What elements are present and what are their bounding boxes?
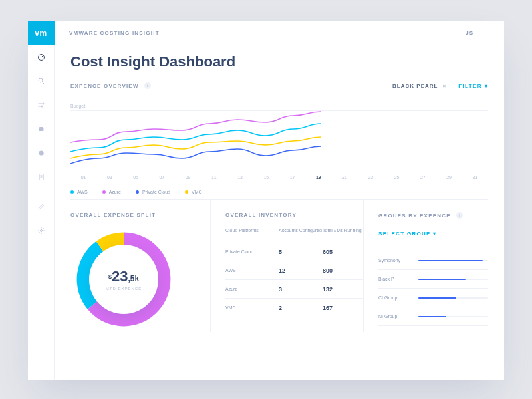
info-icon[interactable]: i (144, 82, 151, 89)
x-tick[interactable]: 29 (436, 175, 462, 180)
select-group-dropdown[interactable]: SELECT GROUP ▾ (378, 231, 488, 237)
main-area: VMWARE COSTING INSIGHT JS Cost Insight D… (55, 21, 504, 380)
info-icon[interactable]: i (456, 212, 463, 219)
menu-icon[interactable] (481, 31, 489, 35)
filter-chip[interactable]: BLACK PEARL × (392, 83, 446, 89)
group-label: NI Group (378, 314, 418, 319)
cell-vms: 167 (323, 305, 363, 311)
legend-item[interactable]: Private Cloud (136, 190, 170, 194)
x-tick[interactable]: 03 (96, 175, 122, 180)
split-title: OVERALL EXPENSE SPLIT (70, 212, 210, 218)
x-tick[interactable]: 27 (410, 175, 436, 180)
x-tick[interactable]: 21 (332, 175, 358, 180)
nav-reports-icon[interactable] (28, 165, 55, 189)
donut-center: $23,5k MTD EXPENCE (89, 245, 158, 314)
line-chart-svg (70, 105, 488, 178)
overview-title: EXPENCE OVERVIEW (70, 83, 139, 89)
col-vms: Total VMs Running (323, 227, 363, 233)
group-bar (418, 260, 488, 261)
nav-adjust-icon[interactable] (28, 93, 55, 117)
page-title: Cost Insight Dashboard (70, 53, 488, 70)
group-row[interactable]: NI Group (378, 307, 488, 326)
filter-chip-label: BLACK PEARL (392, 83, 438, 89)
cell-vms: 605 (323, 249, 363, 255)
legend-item[interactable]: VMC (185, 190, 202, 194)
filter-button[interactable]: FILTER ▾ (458, 83, 488, 89)
cell-vms: 800 (323, 267, 363, 274)
cell-platform: VMC (225, 305, 279, 310)
nav-search-icon[interactable] (28, 69, 55, 93)
svg-point-5 (40, 230, 42, 232)
amount-major: 23 (112, 268, 128, 285)
table-row[interactable]: Azure3132 (225, 280, 363, 299)
chart-legend: AWSAzurePrivate CloudVMC (70, 190, 202, 194)
svg-point-2 (43, 103, 44, 104)
inventory-header: Cloud Platforms Accounts Configured Tota… (225, 227, 363, 233)
nav-savings-icon[interactable] (28, 141, 55, 165)
series-line (70, 146, 321, 164)
donut-chart: $23,5k MTD EXPENCE (70, 226, 177, 332)
close-icon[interactable]: × (443, 83, 447, 89)
donut-label: MTD EXPENCE (106, 287, 142, 291)
nav-budget-icon[interactable] (28, 117, 55, 141)
nav-settings-icon[interactable] (28, 219, 55, 243)
cell-platform: Azure (225, 287, 279, 291)
content: Cost Insight Dashboard EXPENCE OVERVIEW … (55, 45, 504, 380)
inventory-title: OVERALL INVENTORY (225, 212, 363, 218)
group-bar (418, 316, 488, 317)
group-label: Symphony (378, 258, 418, 263)
amount-minor: ,5k (128, 274, 139, 283)
group-label: Black P (378, 277, 418, 281)
group-row[interactable]: CI Group (378, 289, 488, 307)
sidebar: vm (28, 21, 55, 380)
x-tick[interactable]: 23 (358, 175, 384, 180)
x-tick[interactable]: 25 (384, 175, 410, 180)
x-tick[interactable]: 13 (227, 175, 253, 180)
app-name: VMWARE COSTING INSIGHT (69, 30, 160, 36)
overview-line-chart: Budget 01030507091113151719212325272931 … (70, 98, 488, 192)
x-tick[interactable]: 31 (462, 175, 488, 180)
group-row[interactable]: Symphony (378, 251, 488, 270)
legend-item[interactable]: Azure (102, 190, 121, 194)
col-accounts: Accounts Configured (279, 227, 323, 233)
group-row[interactable]: Black P (378, 270, 488, 289)
svg-point-1 (39, 78, 43, 82)
nav-edit-icon[interactable] (28, 195, 55, 219)
series-line (70, 112, 321, 142)
user-initials[interactable]: JS (466, 30, 473, 36)
sidebar-divider (35, 192, 47, 192)
group-label: CI Group (378, 295, 418, 300)
x-tick[interactable]: 05 (123, 175, 149, 180)
expense-split-panel: OVERALL EXPENSE SPLIT $23,5k MTD EXPENCE (70, 200, 210, 332)
x-tick[interactable]: 09 (175, 175, 201, 180)
bottom-panels: OVERALL EXPENSE SPLIT $23,5k MTD EXPENCE (70, 200, 488, 332)
x-tick[interactable]: 07 (149, 175, 175, 180)
table-row[interactable]: AWS12800 (225, 261, 363, 280)
table-row[interactable]: Private Cloud5605 (225, 243, 363, 261)
x-tick[interactable]: 17 (279, 175, 305, 180)
group-bar (418, 279, 488, 280)
donut-amount: $23,5k (108, 268, 139, 285)
groups-panel: GROUPS BY EXPENCE i SELECT GROUP ▾ Symph… (363, 200, 488, 332)
x-tick[interactable]: 01 (70, 175, 96, 180)
col-platforms: Cloud Platforms (225, 227, 279, 233)
x-tick[interactable]: 15 (253, 175, 279, 180)
groups-title: GROUPS BY EXPENCE (378, 213, 451, 219)
cell-accounts: 2 (279, 305, 323, 311)
legend-item[interactable]: AWS (70, 190, 88, 194)
svg-point-3 (41, 106, 43, 107)
table-row[interactable]: VMC2167 (225, 299, 363, 317)
overview-header: EXPENCE OVERVIEW i BLACK PEARL × FILTER … (70, 82, 488, 89)
group-bar (418, 297, 488, 299)
brand-logo[interactable]: vm (28, 21, 55, 45)
x-tick[interactable]: 19 (305, 175, 331, 180)
topbar: VMWARE COSTING INSIGHT JS (55, 21, 504, 45)
cell-platform: AWS (225, 268, 279, 273)
nav-dashboard-icon[interactable] (28, 45, 55, 69)
cell-accounts: 5 (279, 249, 323, 255)
chart-cursor (319, 98, 319, 172)
inventory-panel: OVERALL INVENTORY Cloud Platforms Accoun… (210, 200, 363, 332)
x-axis: 01030507091113151719212325272931 (70, 175, 488, 180)
x-tick[interactable]: 11 (201, 175, 227, 180)
cell-accounts: 12 (279, 267, 323, 274)
